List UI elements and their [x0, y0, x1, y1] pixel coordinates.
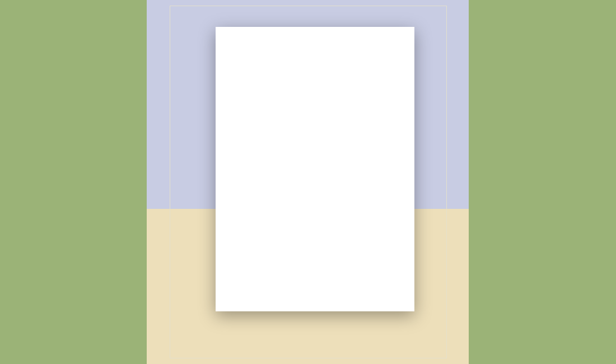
stage: [0, 0, 616, 364]
flowchart-svg: [216, 27, 414, 311]
flowchart-document: [216, 27, 414, 311]
